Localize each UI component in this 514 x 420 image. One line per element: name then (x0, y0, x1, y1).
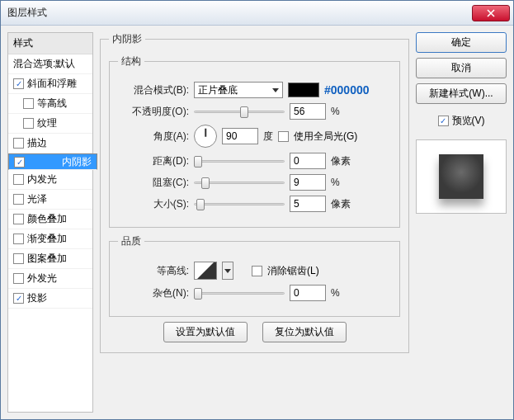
style-item-8[interactable]: 渐变叠加 (8, 229, 92, 249)
contour-picker[interactable] (194, 262, 217, 280)
angle-input[interactable]: 90 (222, 128, 258, 144)
close-icon (487, 9, 495, 17)
default-buttons-row: 设置为默认值 复位为默认值 (109, 322, 400, 342)
blend-mode-select[interactable]: 正片叠底 (194, 82, 283, 98)
style-item-label: 描边 (27, 136, 47, 150)
shadow-color-hex: #000000 (324, 83, 370, 97)
style-item-label: 渐变叠加 (27, 232, 67, 246)
size-input[interactable]: 5 (290, 196, 326, 212)
choke-slider[interactable] (194, 177, 285, 188)
style-item-10[interactable]: 外发光 (8, 269, 92, 289)
contour-dropdown[interactable] (222, 262, 233, 280)
style-item-checkbox[interactable] (13, 253, 24, 264)
style-item-0[interactable]: ✓斜面和浮雕 (8, 74, 92, 94)
quality-fieldset: 品质 等高线: 消除锯齿(L) 杂色(N): 0 % (109, 234, 400, 317)
contour-label: 等高线: (118, 264, 189, 278)
titlebar[interactable]: 图层样式 (1, 1, 513, 26)
style-item-checkbox[interactable]: ✓ (13, 78, 24, 89)
size-row: 大小(S): 5 像素 (118, 196, 391, 212)
style-item-6[interactable]: 光泽 (8, 190, 92, 210)
style-item-1[interactable]: 等高线 (8, 94, 92, 114)
cancel-button[interactable]: 取消 (416, 58, 507, 78)
style-item-checkbox[interactable]: ✓ (14, 157, 25, 168)
style-item-4[interactable]: ✓内阴影 (8, 153, 97, 170)
preview-checkbox[interactable]: ✓ (438, 116, 449, 126)
style-item-checkbox[interactable] (13, 214, 24, 224)
reset-default-button[interactable]: 复位为默认值 (262, 322, 347, 342)
style-item-label: 图案叠加 (27, 252, 67, 266)
size-slider[interactable] (194, 198, 285, 210)
preview-label: 预览(V) (452, 114, 485, 128)
style-item-checkbox[interactable] (23, 118, 34, 129)
shadow-color-swatch[interactable] (288, 83, 319, 97)
angle-dial[interactable] (194, 125, 217, 148)
size-label: 大小(S): (118, 197, 189, 211)
opacity-input[interactable]: 56 (290, 103, 326, 120)
set-default-button[interactable]: 设置为默认值 (163, 322, 248, 342)
style-item-checkbox[interactable]: ✓ (13, 293, 24, 304)
style-item-checkbox[interactable] (13, 194, 24, 205)
new-style-button[interactable]: 新建样式(W)... (416, 83, 507, 104)
distance-input[interactable]: 0 (290, 153, 326, 169)
choke-unit: % (331, 177, 340, 188)
distance-unit: 像素 (331, 154, 351, 168)
chevron-down-icon (272, 88, 279, 92)
style-item-label: 内阴影 (62, 155, 92, 169)
style-item-label: 内发光 (27, 172, 57, 186)
choke-label: 阻塞(C): (118, 176, 189, 190)
style-item-checkbox[interactable] (13, 138, 24, 149)
distance-slider[interactable] (194, 155, 285, 167)
anti-alias-label: 消除锯齿(L) (267, 264, 319, 278)
style-item-label: 斜面和浮雕 (27, 77, 77, 91)
ok-button[interactable]: 确定 (416, 32, 507, 53)
noise-slider[interactable] (194, 287, 285, 299)
dialog-body: 样式 混合选项:默认 ✓斜面和浮雕等高线纹理描边✓内阴影内发光光泽颜色叠加渐变叠… (1, 26, 513, 419)
style-item-11[interactable]: ✓投影 (8, 289, 92, 309)
style-item-label: 光泽 (27, 192, 47, 206)
noise-input[interactable]: 0 (290, 285, 326, 301)
style-list: 样式 混合选项:默认 ✓斜面和浮雕等高线纹理描边✓内阴影内发光光泽颜色叠加渐变叠… (7, 32, 93, 413)
opacity-slider[interactable] (194, 106, 285, 117)
style-item-3[interactable]: 描边 (8, 134, 92, 153)
structure-fieldset: 结构 混合模式(B): 正片叠底 #000000 不透明度(O): 56 (109, 54, 400, 228)
opacity-unit: % (331, 106, 340, 117)
distance-label: 距离(D): (118, 154, 189, 168)
effect-title: 内阴影 (109, 32, 145, 46)
style-item-checkbox[interactable] (13, 273, 24, 284)
blending-options-row[interactable]: 混合选项:默认 (8, 54, 92, 74)
contour-row: 等高线: 消除锯齿(L) (118, 262, 391, 280)
size-unit: 像素 (331, 197, 351, 211)
opacity-row: 不透明度(O): 56 % (118, 103, 391, 120)
style-item-label: 颜色叠加 (27, 212, 67, 226)
preview-toggle-row: ✓ 预览(V) (416, 114, 507, 128)
style-item-label: 外发光 (27, 271, 57, 286)
style-item-label: 等高线 (37, 97, 67, 111)
choke-input[interactable]: 9 (290, 174, 326, 191)
close-button[interactable] (472, 5, 510, 21)
style-item-2[interactable]: 纹理 (8, 114, 92, 134)
blend-mode-row: 混合模式(B): 正片叠底 #000000 (118, 82, 391, 98)
blend-mode-label: 混合模式(B): (118, 83, 189, 97)
style-item-9[interactable]: 图案叠加 (8, 249, 92, 269)
noise-label: 杂色(N): (118, 286, 189, 300)
preview-swatch (439, 154, 483, 199)
effect-fieldset: 内阴影 结构 混合模式(B): 正片叠底 #000000 不透明度(O): (100, 32, 409, 353)
angle-unit: 度 (263, 130, 273, 144)
global-light-checkbox[interactable] (278, 131, 289, 142)
style-item-5[interactable]: 内发光 (8, 170, 92, 190)
style-item-label: 纹理 (37, 116, 57, 130)
style-item-checkbox[interactable] (13, 174, 24, 185)
anti-alias-checkbox[interactable] (252, 266, 262, 276)
global-light-label: 使用全局光(G) (294, 130, 357, 144)
angle-row: 角度(A): 90 度 使用全局光(G) (118, 125, 391, 148)
angle-label: 角度(A): (118, 130, 189, 144)
style-item-7[interactable]: 颜色叠加 (8, 210, 92, 229)
preview-box (416, 139, 507, 214)
noise-unit: % (331, 287, 340, 299)
style-item-checkbox[interactable] (23, 98, 34, 109)
noise-row: 杂色(N): 0 % (118, 285, 391, 301)
chevron-down-icon (224, 269, 231, 273)
style-item-checkbox[interactable] (13, 234, 24, 244)
distance-row: 距离(D): 0 像素 (118, 153, 391, 169)
window-title: 图层样式 (4, 6, 472, 20)
